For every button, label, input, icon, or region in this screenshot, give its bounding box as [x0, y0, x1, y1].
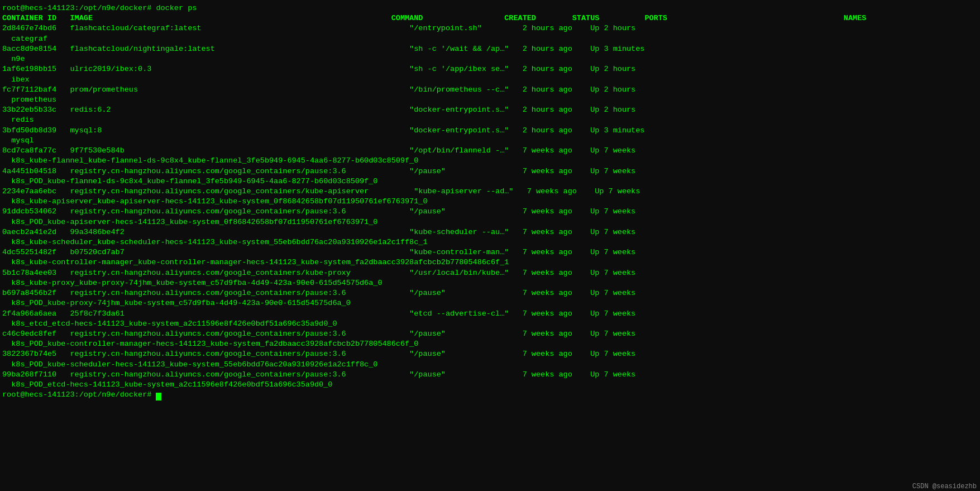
terminal-line-row3a: 1af6e198bb15 ulric2019/ibex:0.3 "sh -c '… — [2, 64, 978, 74]
terminal-line-row6a: 3bfd50db8d39 mysql:8 "docker-entrypoint.… — [2, 126, 978, 136]
terminal-line-row17a: 3822367b74e5 registry.cn-hangzhou.aliyun… — [2, 349, 978, 359]
terminal-line-row4b: prometheus — [2, 95, 978, 105]
cursor — [156, 393, 161, 401]
terminal-line-cmd-prompt: root@hecs-141123:/opt/n9e/docker# docker… — [2, 3, 978, 13]
terminal-line-row18b: k8s_POD_etcd-hecs-141123_kube-system_a2c… — [2, 380, 978, 390]
terminal-line-row8a: 4a4451b04518 registry.cn-hangzhou.aliyun… — [2, 166, 978, 177]
terminal-line-row13b: k8s_kube-proxy_kube-proxy-74jhm_kube-sys… — [2, 278, 978, 288]
terminal-line-row7a: 8cd7ca8fa77c 9f7f530e584b "/opt/bin/flan… — [2, 146, 978, 156]
terminal-line-row5a: 33b22eb5b33c redis:6.2 "docker-entrypoin… — [2, 105, 978, 115]
terminal-line-row10a: 91ddcb534062 registry.cn-hangzhou.aliyun… — [2, 207, 978, 217]
terminal-line-row14b: k8s_POD_kube-proxy-74jhm_kube-system_c57… — [2, 298, 978, 308]
terminal-line-row12a: 4dc55251482f b07520cd7ab7 "kube-controll… — [2, 247, 978, 258]
terminal-line-row14a: b697a8456b2f registry.cn-hangzhou.aliyun… — [2, 288, 978, 298]
terminal-line-row8b: k8s_POD_kube-flannel-ds-9c8x4_kube-flann… — [2, 177, 978, 187]
terminal-line-row4a: fc7f7112baf4 prom/prometheus "/bin/prome… — [2, 85, 978, 95]
terminal-line-row9a: 2234e7aa6ebc registry.cn-hangzhou.aliyun… — [2, 187, 978, 197]
terminal-line-row3b: ibex — [2, 75, 978, 85]
terminal-line-end-prompt: root@hecs-141123:/opt/n9e/docker# — [2, 390, 978, 400]
terminal-line-row2a: 8acc8d9e8154 flashcatcloud/nightingale:l… — [2, 44, 978, 54]
terminal-line-row7b: k8s_kube-flannel_kube-flannel-ds-9c8x4_k… — [2, 156, 978, 166]
terminal-line-row15b: k8s_etcd_etcd-hecs-141123_kube-system_a2… — [2, 319, 978, 329]
watermark: CSDN @seasidezhb — [912, 482, 977, 491]
terminal-line-row12b: k8s_kube-controller-manager_kube-control… — [2, 258, 978, 268]
terminal-line-row1a: 2d8467e74bd6 flashcatcloud/categraf:late… — [2, 23, 978, 34]
terminal-line-row17b: k8s_POD_kube-scheduler-hecs-141123_kube-… — [2, 360, 978, 370]
terminal-line-row6b: mysql — [2, 136, 978, 146]
terminal-line-row9b: k8s_kube-apiserver_kube-apiserver-hecs-1… — [2, 197, 978, 207]
terminal-line-row11a: 0aecb2a41e2d 99a3486be4f2 "kube-schedule… — [2, 227, 978, 237]
terminal-line-row16b: k8s_POD_kube-controller-manager-hecs-141… — [2, 339, 978, 349]
terminal-line-row1b: categraf — [2, 34, 978, 44]
terminal-line-row5b: redis — [2, 115, 978, 125]
terminal-line-header: CONTAINER ID IMAGE COMMAND CREATED STATU… — [2, 13, 978, 23]
terminal-output: root@hecs-141123:/opt/n9e/docker# docker… — [2, 3, 978, 401]
terminal-line-row2b: n9e — [2, 54, 978, 64]
terminal-line-row11b: k8s_kube-scheduler_kube-scheduler-hecs-1… — [2, 237, 978, 247]
terminal-line-row10b: k8s_POD_kube-apiserver-hecs-141123_kube-… — [2, 217, 978, 227]
terminal-line-row15a: 2f4a966a6aea 25f8c7f3da61 "etcd --advert… — [2, 309, 978, 319]
terminal-line-row18a: 99ba268f7110 registry.cn-hangzhou.aliyun… — [2, 370, 978, 380]
terminal-line-row13a: 5b1c78a4ee03 registry.cn-hangzhou.aliyun… — [2, 268, 978, 278]
terminal-window: root@hecs-141123:/opt/n9e/docker# docker… — [0, 2, 980, 491]
terminal-line-row16a: c46c9edc8fef registry.cn-hangzhou.aliyun… — [2, 329, 978, 339]
